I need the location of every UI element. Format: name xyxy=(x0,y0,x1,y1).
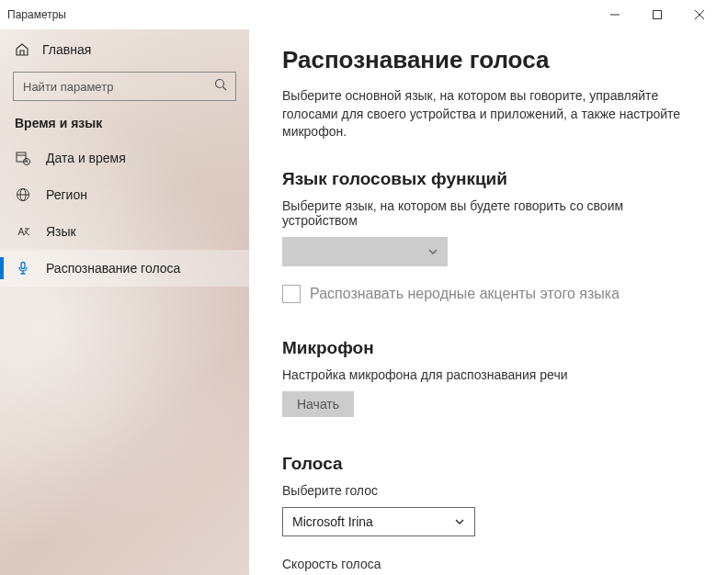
svg-rect-6 xyxy=(17,152,26,162)
home-link[interactable]: Главная xyxy=(0,29,249,66)
minimize-button[interactable] xyxy=(594,0,636,29)
section-mic-heading: Микрофон xyxy=(282,338,695,358)
calendar-clock-icon xyxy=(15,150,31,166)
close-button[interactable] xyxy=(678,0,721,29)
section-voices-heading: Голоса xyxy=(282,454,695,474)
page-title: Распознавание голоса xyxy=(282,46,695,74)
section-mic-subtext: Настройка микрофона для распознавания ре… xyxy=(282,367,650,382)
svg-line-5 xyxy=(223,87,227,91)
chevron-down-icon xyxy=(427,246,438,257)
home-icon xyxy=(15,42,29,57)
accent-checkbox-row: Распознавать неродные акценты этого язык… xyxy=(282,285,695,303)
search-icon xyxy=(214,78,227,95)
search-input[interactable] xyxy=(13,72,236,101)
accent-checkbox[interactable] xyxy=(282,285,301,303)
language-dropdown[interactable] xyxy=(282,237,448,266)
chevron-down-icon xyxy=(454,516,465,527)
home-label: Главная xyxy=(42,42,91,57)
section-lang-subtext: Выберите язык, на котором вы будете гово… xyxy=(282,198,650,228)
language-icon xyxy=(15,223,31,240)
voice-select-value: Microsoft Irina xyxy=(292,514,373,529)
svg-point-4 xyxy=(216,80,224,88)
accent-checkbox-label: Распознавать неродные акценты этого язык… xyxy=(310,286,620,302)
mic-setup-button[interactable]: Начать xyxy=(282,391,354,417)
sidebar-item-label: Регион xyxy=(46,187,87,202)
sidebar-item-region[interactable]: Регион xyxy=(0,176,249,213)
sidebar-item-label: Распознавание голоса xyxy=(46,261,180,276)
voice-speed-label: Скорость голоса xyxy=(282,557,650,571)
sidebar-item-language[interactable]: Язык xyxy=(0,213,249,250)
voice-select[interactable]: Microsoft Irina xyxy=(282,507,475,536)
sidebar-item-label: Дата и время xyxy=(46,151,126,165)
svg-rect-1 xyxy=(654,11,662,19)
search-wrap xyxy=(13,72,236,101)
sidebar-item-speech[interactable]: Распознавание голоса xyxy=(0,250,249,287)
section-lang-heading: Язык голосовых функций xyxy=(282,169,695,189)
globe-icon xyxy=(15,186,31,203)
window-title: Параметры xyxy=(7,8,594,21)
nav-category: Время и язык xyxy=(0,116,249,140)
sidebar-item-datetime[interactable]: Дата и время xyxy=(0,140,249,176)
page-intro: Выберите основной язык, на котором вы го… xyxy=(282,87,695,141)
microphone-icon xyxy=(15,260,31,276)
choose-voice-label: Выберите голос xyxy=(282,483,650,498)
maximize-button[interactable] xyxy=(636,0,678,29)
titlebar: Параметры xyxy=(0,0,728,29)
sidebar-item-label: Язык xyxy=(46,224,76,239)
sidebar: Главная Время и язык Дата и время Регион xyxy=(0,29,249,575)
svg-rect-12 xyxy=(21,263,25,269)
content: Распознавание голоса Выберите основной я… xyxy=(249,29,728,575)
